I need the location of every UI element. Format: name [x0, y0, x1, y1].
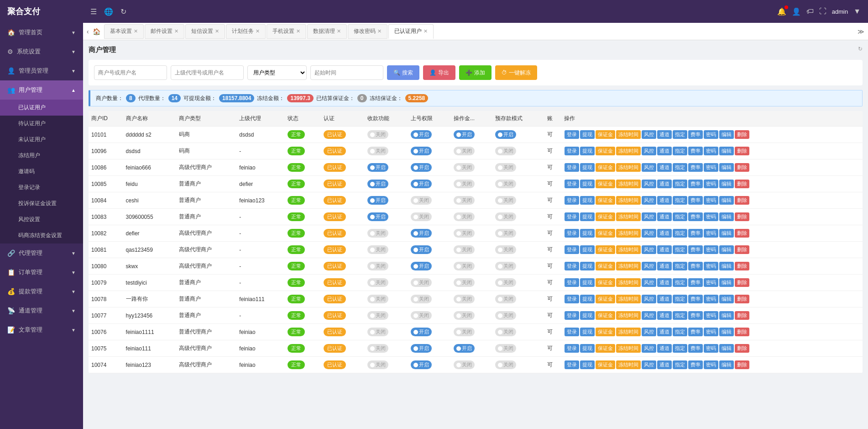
- tab-certified-users[interactable]: 已认证用户 ✕: [388, 24, 434, 39]
- upload-toggle-6[interactable]: 开启: [411, 229, 432, 238]
- tab-change-pwd[interactable]: 修改密码 ✕: [348, 24, 387, 39]
- cell-deposit[interactable]: 关闭: [492, 192, 544, 209]
- action-btn-通道[interactable]: 通道: [657, 229, 672, 238]
- action-btn-指定[interactable]: 指定: [673, 229, 687, 238]
- cell-deposit[interactable]: 开启: [492, 127, 544, 143]
- action-btn-编辑[interactable]: 编辑: [719, 344, 734, 353]
- action-btn-风控[interactable]: 风控: [642, 163, 656, 172]
- deposit-toggle-1[interactable]: 关闭: [495, 147, 516, 155]
- op-toggle-2[interactable]: 关闭: [454, 163, 475, 172]
- cell-collect[interactable]: 关闭: [365, 291, 408, 307]
- cell-collect[interactable]: 关闭: [365, 324, 408, 340]
- action-btn-冻结时间[interactable]: 冻结时间: [616, 212, 641, 221]
- cell-collect[interactable]: 关闭: [365, 307, 408, 324]
- cell-op-money[interactable]: 关闭: [451, 225, 492, 242]
- collect-toggle-10[interactable]: 关闭: [367, 295, 388, 303]
- upload-toggle-12[interactable]: 开启: [411, 328, 432, 336]
- action-btn-风控[interactable]: 风控: [642, 130, 656, 139]
- action-btn-冻结时间[interactable]: 冻结时间: [616, 229, 641, 238]
- upload-toggle-7[interactable]: 开启: [411, 245, 432, 254]
- cell-upload[interactable]: 开启: [408, 127, 451, 143]
- sidebar-item-users[interactable]: 👥 用户管理 ▲: [0, 80, 83, 100]
- sidebar-sub-invite[interactable]: 邀请码: [0, 164, 83, 180]
- cell-deposit[interactable]: 关闭: [492, 258, 544, 275]
- upload-toggle-1[interactable]: 开启: [411, 147, 432, 155]
- deposit-toggle-4[interactable]: 关闭: [495, 196, 516, 205]
- action-btn-费率[interactable]: 费率: [688, 180, 703, 188]
- action-btn-登录[interactable]: 登录: [565, 180, 579, 188]
- action-btn-指定[interactable]: 指定: [673, 311, 687, 320]
- cell-collect[interactable]: 关闭: [365, 242, 408, 258]
- cell-op-money[interactable]: 关闭: [451, 143, 492, 159]
- action-btn-提现[interactable]: 提现: [580, 147, 595, 155]
- action-btn-冻结时间[interactable]: 冻结时间: [616, 196, 641, 205]
- unfreeze-button[interactable]: ⏱ 一键解冻: [495, 65, 537, 80]
- sidebar-sub-loginlog[interactable]: 登录记录: [0, 180, 83, 196]
- action-btn-保证金[interactable]: 保证金: [596, 344, 615, 353]
- action-btn-密码[interactable]: 密码: [704, 180, 718, 188]
- action-btn-冻结时间[interactable]: 冻结时间: [616, 311, 641, 320]
- action-btn-通道[interactable]: 通道: [657, 295, 672, 303]
- action-btn-删除[interactable]: 删除: [735, 212, 749, 221]
- action-btn-冻结时间[interactable]: 冻结时间: [616, 147, 641, 155]
- action-btn-费率[interactable]: 费率: [688, 130, 703, 139]
- action-btn-通道[interactable]: 通道: [657, 278, 672, 287]
- action-btn-保证金[interactable]: 保证金: [596, 163, 615, 172]
- cell-upload[interactable]: 开启: [408, 340, 451, 357]
- action-btn-费率[interactable]: 费率: [688, 229, 703, 238]
- action-btn-提现[interactable]: 提现: [580, 196, 595, 205]
- action-btn-费率[interactable]: 费率: [688, 295, 703, 303]
- action-btn-通道[interactable]: 通道: [657, 196, 672, 205]
- action-btn-提现[interactable]: 提现: [580, 295, 595, 303]
- action-btn-删除[interactable]: 删除: [735, 163, 749, 172]
- action-btn-登录[interactable]: 登录: [565, 147, 579, 155]
- sidebar-sub-uncertified[interactable]: 未认证用户: [0, 132, 83, 148]
- op-toggle-14[interactable]: 关闭: [454, 360, 475, 369]
- sidebar-sub-risk[interactable]: 风控设置: [0, 212, 83, 228]
- add-button[interactable]: ➕ 添加: [459, 65, 492, 80]
- action-btn-通道[interactable]: 通道: [657, 212, 672, 221]
- action-btn-编辑[interactable]: 编辑: [719, 311, 734, 320]
- collect-toggle-12[interactable]: 关闭: [367, 328, 388, 336]
- cell-deposit[interactable]: 关闭: [492, 291, 544, 307]
- tab-close-sms[interactable]: ✕: [215, 28, 219, 34]
- action-btn-指定[interactable]: 指定: [673, 147, 687, 155]
- cell-op-money[interactable]: 关闭: [451, 176, 492, 192]
- action-btn-冻结时间[interactable]: 冻结时间: [616, 180, 641, 188]
- action-btn-风控[interactable]: 风控: [642, 229, 656, 238]
- action-btn-费率[interactable]: 费率: [688, 245, 703, 254]
- action-btn-通道[interactable]: 通道: [657, 147, 672, 155]
- deposit-toggle-10[interactable]: 关闭: [495, 295, 516, 303]
- action-btn-通道[interactable]: 通道: [657, 328, 672, 336]
- cell-op-money[interactable]: 关闭: [451, 324, 492, 340]
- action-btn-费率[interactable]: 费率: [688, 360, 703, 369]
- tab-close-sched[interactable]: ✕: [256, 28, 260, 34]
- collect-toggle-0[interactable]: 关闭: [367, 130, 388, 139]
- action-btn-密码[interactable]: 密码: [704, 245, 718, 254]
- action-btn-登录[interactable]: 登录: [565, 163, 579, 172]
- action-btn-指定[interactable]: 指定: [673, 295, 687, 303]
- upload-toggle-11[interactable]: 关闭: [411, 311, 432, 320]
- action-btn-通道[interactable]: 通道: [657, 245, 672, 254]
- op-toggle-0[interactable]: 开启: [454, 130, 475, 139]
- cell-deposit[interactable]: 关闭: [492, 357, 544, 373]
- action-btn-保证金[interactable]: 保证金: [596, 196, 615, 205]
- collect-toggle-5[interactable]: 开启: [367, 212, 388, 221]
- sidebar-sub-complaint[interactable]: 投诉保证金设置: [0, 196, 83, 212]
- action-btn-风控[interactable]: 风控: [642, 311, 656, 320]
- cell-op-money[interactable]: 关闭: [451, 159, 492, 176]
- action-btn-指定[interactable]: 指定: [673, 278, 687, 287]
- cell-deposit[interactable]: 关闭: [492, 209, 544, 225]
- action-btn-编辑[interactable]: 编辑: [719, 163, 734, 172]
- deposit-toggle-7[interactable]: 关闭: [495, 245, 516, 254]
- action-btn-费率[interactable]: 费率: [688, 262, 703, 270]
- collect-toggle-13[interactable]: 关闭: [367, 344, 388, 353]
- action-btn-保证金[interactable]: 保证金: [596, 311, 615, 320]
- cell-collect[interactable]: 关闭: [365, 340, 408, 357]
- action-btn-冻结时间[interactable]: 冻结时间: [616, 245, 641, 254]
- cell-upload[interactable]: 开启: [408, 324, 451, 340]
- cell-op-money[interactable]: 关闭: [451, 291, 492, 307]
- action-btn-指定[interactable]: 指定: [673, 163, 687, 172]
- cell-upload[interactable]: 开启: [408, 176, 451, 192]
- action-btn-删除[interactable]: 删除: [735, 262, 749, 270]
